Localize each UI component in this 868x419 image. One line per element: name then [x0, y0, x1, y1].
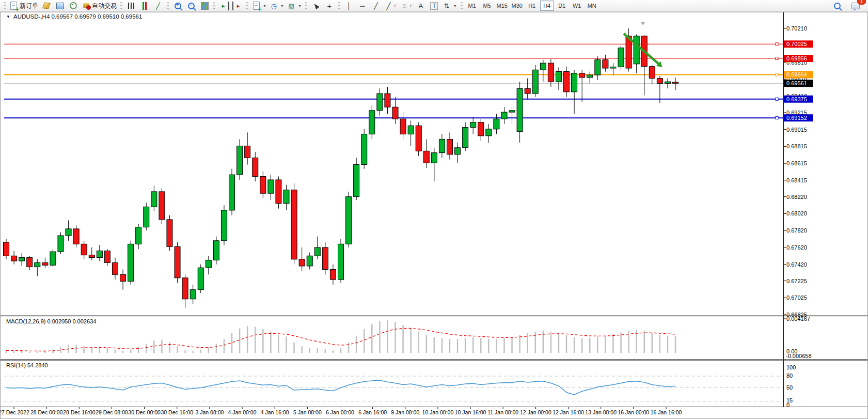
- macd-bar: [511, 337, 513, 353]
- candle: [229, 169, 235, 215]
- new-order-button[interactable]: 新订单: [8, 1, 40, 11]
- timeframe-button-H4[interactable]: H4: [540, 1, 554, 11]
- chevron-down-icon[interactable]: ▼: [263, 4, 266, 8]
- price-axis-tick: 0.67820: [786, 227, 807, 234]
- timeframe-button-W1[interactable]: W1: [570, 1, 584, 11]
- rsi-axis-tick: 100: [786, 364, 796, 370]
- candle: [369, 105, 375, 139]
- macd-bar: [83, 346, 85, 353]
- arrows-button[interactable]: ⇅ ▼: [441, 1, 459, 11]
- cursor-button[interactable]: [309, 1, 323, 11]
- channel-button[interactable]: ╱E: [383, 1, 399, 11]
- macd-bar: [278, 335, 279, 353]
- collapse-triangle-icon[interactable]: ▼: [6, 14, 10, 19]
- auto-trading-button[interactable]: 自动交易: [80, 1, 118, 11]
- toolbar-grip: [120, 2, 122, 10]
- chevron-down-icon[interactable]: ▼: [453, 4, 457, 8]
- time-axis-label: 30 Dec 16:00: [161, 409, 194, 415]
- candlestick-chart-icon: [141, 2, 148, 10]
- timeframe-button-M15[interactable]: M15: [495, 1, 509, 11]
- horizontal-line-button[interactable]: ─: [356, 1, 369, 11]
- vertical-line-button[interactable]: │: [342, 1, 356, 11]
- timeframe-button-M1[interactable]: M1: [465, 1, 479, 11]
- chart-plot-area[interactable]: [4, 21, 783, 315]
- macd-bar: [153, 340, 155, 353]
- chart-shift-button[interactable]: ▸: [231, 1, 244, 11]
- timeframe-button-H1[interactable]: H1: [525, 1, 539, 11]
- news-button[interactable]: [67, 1, 80, 11]
- macd-bar: [472, 337, 474, 353]
- data-window-button[interactable]: [53, 1, 67, 11]
- macd-bar: [99, 347, 101, 353]
- bar-chart-button[interactable]: [124, 1, 138, 11]
- time-axis-label: 6 Jan 00:00: [326, 409, 354, 415]
- chart-window: ▼AUDUSD-,H4 0.69567 0.69579 0.69510 0.69…: [0, 12, 868, 419]
- hline-handle[interactable]: [776, 57, 778, 60]
- line-chart-icon: ╱: [154, 2, 163, 10]
- timeframe-button-M30[interactable]: M30: [510, 1, 524, 11]
- chart-canvas[interactable]: ▼AUDUSD-,H4 0.69567 0.69579 0.69510 0.69…: [0, 12, 868, 419]
- chevron-down-icon[interactable]: ▼: [280, 4, 284, 8]
- fibonacci-button[interactable]: ≡F: [398, 1, 414, 11]
- time-axis-label: 9 Jan 08:00: [391, 409, 419, 415]
- macd-bar: [589, 338, 591, 353]
- template-button[interactable]: ▧ ▼: [286, 1, 303, 11]
- macd-bar: [270, 332, 272, 353]
- timeframe-button-MN[interactable]: MN: [585, 1, 599, 11]
- hline-handle[interactable]: [776, 73, 778, 76]
- macd-bar: [37, 351, 38, 353]
- period-button[interactable]: ◷ ▼: [268, 1, 286, 11]
- data-window-icon: [56, 3, 64, 9]
- macd-axis-max: 0.004167: [786, 316, 810, 322]
- macd-bar: [550, 332, 552, 353]
- hline-handle[interactable]: [776, 43, 778, 45]
- search-icon: [834, 3, 841, 9]
- time-axis-label: 30 Dec 00:00: [128, 409, 161, 415]
- candle: [276, 176, 281, 208]
- line-chart-button[interactable]: ╱: [151, 1, 165, 11]
- macd-bar: [52, 350, 54, 353]
- macd-bar: [597, 336, 598, 353]
- notification-badge: 1: [857, 0, 866, 5]
- time-axis-label: 13 Jan 08:00: [585, 409, 617, 415]
- scroll-to-end-button[interactable]: ▸: [217, 1, 231, 11]
- price-axis-tick: 0.68815: [786, 143, 807, 149]
- candle: [221, 205, 227, 245]
- candlestick-chart-button[interactable]: [138, 1, 151, 11]
- toolbar-grip: [4, 2, 6, 10]
- timeframe-button-M5[interactable]: M5: [480, 1, 494, 11]
- time-axis-label: 3 Jan 08:00: [195, 409, 224, 415]
- text-button[interactable]: A: [414, 1, 428, 11]
- notifications-button[interactable]: 1: [849, 1, 862, 11]
- macd-bar: [262, 329, 264, 353]
- macd-bar: [208, 347, 210, 353]
- time-axis-label: 5 Jan 08:00: [293, 409, 322, 415]
- zoom-out-button[interactable]: [184, 1, 198, 11]
- equidistant-channel-icon: ╱: [384, 2, 393, 10]
- trendline-button[interactable]: ╱: [369, 1, 383, 11]
- price-axis-tick: 0.68020: [786, 210, 807, 216]
- new-chart-button[interactable]: ▼: [250, 1, 268, 11]
- macd-bar: [535, 332, 536, 353]
- timeframe-button-D1[interactable]: D1: [555, 1, 569, 11]
- macd-bar: [356, 336, 357, 353]
- search-button[interactable]: [830, 1, 844, 11]
- macd-bar: [348, 342, 350, 353]
- price-axis-tick: 0.68415: [786, 177, 807, 183]
- crosshair-button[interactable]: +: [323, 1, 336, 11]
- macd-bar: [184, 350, 186, 353]
- tile-windows-button[interactable]: [198, 1, 211, 11]
- hline-handle[interactable]: [776, 117, 778, 119]
- symbols-button[interactable]: [40, 1, 53, 11]
- macd-bar: [216, 344, 217, 353]
- macd-bar: [75, 345, 77, 353]
- text-label-button[interactable]: T: [428, 1, 441, 11]
- hline-handle[interactable]: [776, 98, 778, 100]
- candle: [213, 237, 219, 265]
- svg-text:0.69664: 0.69664: [786, 71, 807, 77]
- svg-text:0.69152: 0.69152: [786, 115, 807, 121]
- chevron-down-icon[interactable]: ▼: [298, 4, 302, 8]
- zoom-in-button[interactable]: [171, 1, 184, 11]
- macd-bar: [426, 335, 428, 353]
- text-icon: A: [416, 2, 425, 10]
